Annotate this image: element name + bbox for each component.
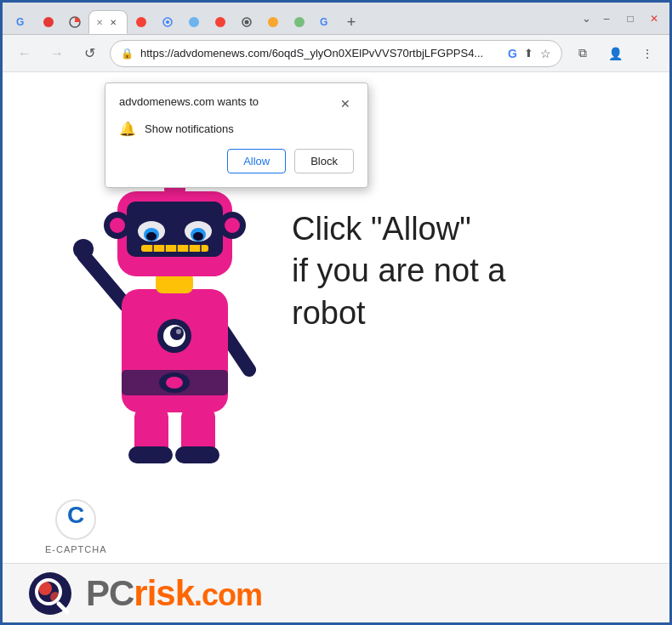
click-allow-text: Click "Allow" if you are not a robot — [292, 208, 505, 334]
tab-8[interactable] — [208, 10, 233, 34]
pcrisk-com: .com — [194, 577, 262, 612]
tab-7[interactable] — [181, 10, 207, 34]
svg-point-8 — [245, 20, 249, 25]
main-text-line2: if you are not a — [292, 250, 505, 292]
address-bar: ← → ↺ 🔒 https://advdomenews.com/6oqdS_yl… — [3, 35, 669, 72]
pcrisk-logo-icon — [28, 571, 72, 616]
refresh-icon: ↺ — [84, 45, 95, 61]
svg-point-9 — [268, 17, 278, 27]
tab-6-favicon — [162, 16, 174, 28]
tabs-row: G ✕ ✕ — [9, 3, 578, 34]
google-logo-in-url: G — [508, 47, 517, 60]
url-bar[interactable]: 🔒 https://advdomenews.com/6oqdS_ylyOn0XE… — [110, 40, 562, 67]
svg-point-4 — [166, 20, 169, 24]
tab-10-favicon — [267, 16, 279, 28]
tab-3-favicon — [69, 16, 81, 28]
tab-11[interactable] — [287, 10, 312, 34]
popup-header: advdomenews.com wants to ✕ — [119, 95, 354, 112]
share-icon[interactable]: ⬆ — [524, 47, 533, 60]
tab-1-favicon: G — [16, 16, 24, 28]
split-view-button[interactable]: ⧉ — [571, 42, 595, 65]
menu-icon: ⋮ — [641, 47, 653, 60]
minimize-button[interactable]: – — [598, 10, 615, 27]
maximize-button[interactable]: □ — [622, 10, 639, 27]
add-tab-button[interactable]: + — [339, 10, 363, 34]
svg-point-37 — [146, 232, 157, 241]
tab-3[interactable] — [62, 10, 88, 34]
svg-point-2 — [136, 17, 146, 27]
bell-icon: 🔔 — [119, 121, 136, 137]
tab-10[interactable] — [260, 10, 286, 34]
tab-list-button[interactable]: ⌄ — [582, 12, 591, 25]
tab-9[interactable] — [234, 10, 259, 34]
url-text: https://advdomenews.com/6oqdS_ylyOn0XElP… — [140, 47, 501, 60]
split-view-icon: ⧉ — [578, 46, 587, 60]
ecaptcha-icon: C — [54, 498, 97, 541]
pcrisk-text: PCrisk.com — [86, 573, 262, 614]
svg-point-31 — [225, 218, 240, 233]
main-text-line1: Click "Allow" — [292, 208, 505, 250]
svg-point-29 — [110, 218, 125, 233]
popup-title: advdomenews.com wants to — [119, 95, 259, 108]
popup-buttons: Allow Block — [119, 149, 354, 173]
close-button[interactable]: ✕ — [646, 10, 663, 27]
popup-close-button[interactable]: ✕ — [337, 95, 354, 112]
tab-7-favicon — [188, 16, 200, 28]
block-button[interactable]: Block — [294, 149, 354, 173]
bookmark-icon[interactable]: ☆ — [540, 47, 551, 60]
refresh-button[interactable]: ↺ — [77, 42, 101, 65]
svg-point-38 — [193, 232, 203, 241]
menu-button[interactable]: ⋮ — [635, 42, 659, 65]
allow-button[interactable]: Allow — [227, 149, 286, 173]
main-text-line3: robot — [292, 293, 505, 334]
tab-2-favicon — [43, 16, 54, 28]
tab-6[interactable] — [155, 10, 180, 34]
profile-icon: 👤 — [608, 47, 623, 60]
svg-rect-24 — [128, 446, 173, 463]
popup-notification-row: 🔔 Show notifications — [119, 121, 354, 137]
pcrisk-bar: PCrisk.com — [3, 563, 669, 622]
tab-5[interactable] — [128, 10, 154, 34]
svg-point-17 — [166, 377, 183, 389]
pcrisk-pc: PC — [86, 573, 134, 613]
svg-text:C: C — [67, 502, 84, 528]
back-icon: ← — [18, 46, 31, 61]
page-content: advdomenews.com wants to ✕ 🔔 Show notifi… — [3, 72, 669, 622]
svg-rect-39 — [138, 202, 165, 219]
svg-point-5 — [189, 17, 199, 27]
svg-point-21 — [176, 329, 181, 334]
svg-rect-40 — [185, 202, 212, 219]
profile-button[interactable]: 👤 — [603, 42, 627, 65]
tab-5-favicon — [135, 16, 147, 28]
tab-1[interactable]: G — [9, 10, 35, 34]
svg-rect-41 — [141, 245, 208, 252]
svg-point-10 — [294, 17, 305, 27]
svg-point-6 — [215, 17, 225, 27]
tab-11-favicon — [293, 16, 305, 28]
window-controls: ⌄ – □ ✕ — [582, 10, 663, 27]
tab-8-favicon — [214, 16, 226, 28]
svg-point-0 — [43, 17, 54, 27]
ecaptcha-widget: C E-CAPTCHA — [45, 498, 107, 554]
tab-4-close[interactable]: ✕ — [106, 15, 120, 29]
svg-rect-25 — [175, 446, 219, 463]
tab-12[interactable]: G — [313, 10, 339, 34]
svg-point-12 — [73, 239, 94, 259]
notification-text: Show notifications — [145, 122, 234, 135]
browser-window: G ✕ ✕ — [3, 3, 669, 622]
pcrisk-risk: risk — [134, 573, 194, 613]
forward-icon: → — [50, 46, 64, 61]
notification-popup: advdomenews.com wants to ✕ 🔔 Show notifi… — [105, 82, 368, 188]
tab-12-favicon: G — [320, 16, 327, 28]
forward-button[interactable]: → — [45, 42, 69, 65]
title-bar: G ✕ ✕ — [3, 3, 669, 35]
tab-9-favicon — [241, 16, 253, 28]
tab-4-active[interactable]: ✕ ✕ — [88, 10, 128, 34]
ecaptcha-label: E-CAPTCHA — [45, 544, 107, 554]
tab-4-favicon: ✕ — [96, 18, 103, 27]
lock-icon: 🔒 — [121, 48, 134, 60]
tab-2[interactable] — [36, 10, 61, 34]
back-button[interactable]: ← — [13, 42, 37, 65]
